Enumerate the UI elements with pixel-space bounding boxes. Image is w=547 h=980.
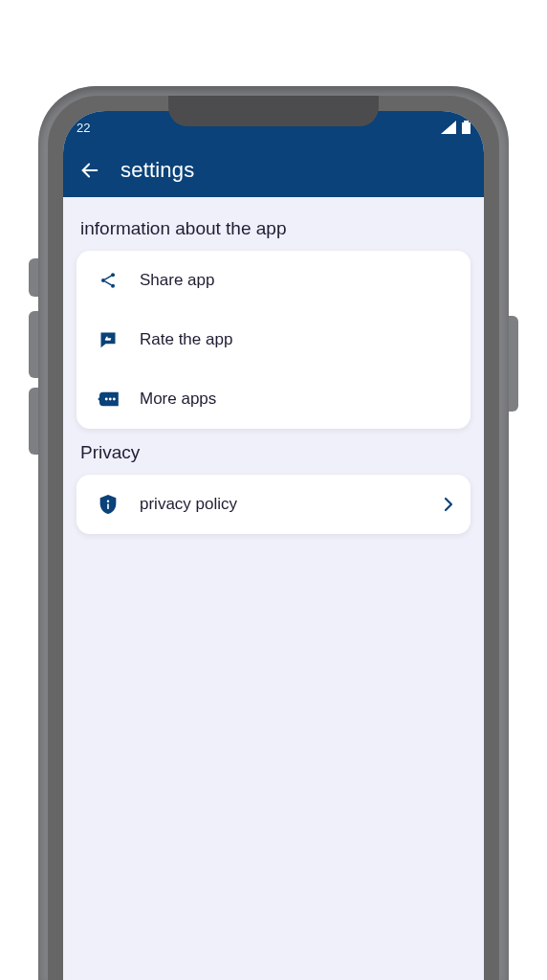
rate-app-row[interactable]: Rate the app <box>77 310 470 369</box>
settings-content: information about the app <box>63 197 484 534</box>
more-apps-label: More apps <box>140 390 453 409</box>
more-apps-icon <box>94 390 122 408</box>
phone-notch <box>168 96 379 126</box>
privacy-card: privacy policy <box>77 475 470 534</box>
share-app-label: Share app <box>140 271 453 290</box>
phone-screen: 22 <box>63 111 484 980</box>
svg-line-6 <box>105 276 112 279</box>
app-bar: settings <box>63 144 484 197</box>
chevron-right-icon <box>444 497 453 512</box>
arrow-back-icon <box>79 160 100 181</box>
info-card: Share app Rate the app <box>77 251 470 429</box>
more-apps-row[interactable]: More apps <box>77 369 470 429</box>
svg-point-10 <box>113 398 116 401</box>
svg-point-11 <box>107 500 110 502</box>
svg-rect-1 <box>462 122 470 134</box>
phone-frame: 22 <box>38 86 509 980</box>
svg-line-7 <box>105 281 112 285</box>
phone-frame-inner: 22 <box>48 96 499 980</box>
share-icon <box>94 271 122 290</box>
svg-rect-0 <box>464 121 469 122</box>
svg-rect-12 <box>107 503 109 509</box>
status-time: 22 <box>77 121 90 135</box>
shield-info-icon <box>94 494 122 515</box>
svg-point-8 <box>105 398 108 401</box>
rate-icon <box>94 330 122 349</box>
signal-icon <box>441 121 456 134</box>
battery-icon <box>462 121 470 134</box>
svg-point-9 <box>109 398 112 401</box>
privacy-policy-row[interactable]: privacy policy <box>77 475 470 534</box>
section-title-info: information about the app <box>80 218 467 239</box>
privacy-policy-label: privacy policy <box>140 495 444 514</box>
section-title-privacy: Privacy <box>80 442 467 463</box>
rate-app-label: Rate the app <box>140 330 453 349</box>
back-button[interactable] <box>71 151 109 189</box>
share-app-row[interactable]: Share app <box>77 251 470 310</box>
app-bar-title: settings <box>120 158 194 183</box>
